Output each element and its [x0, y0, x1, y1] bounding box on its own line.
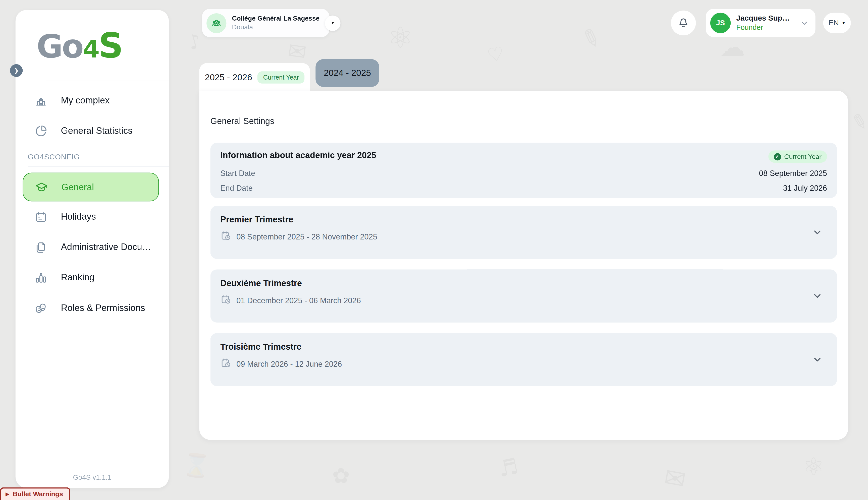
main-panel: General Settings Information about acade… [199, 91, 848, 440]
school-selector[interactable]: Collège Général La Sagesse Douala ▼ [202, 9, 329, 37]
user-menu[interactable]: JS Jacques Sup… Founder [706, 9, 815, 37]
sidebar-item-label: Roles & Permissions [61, 303, 145, 313]
sidebar-nav: My complex General Statistics GO4SCONFIG [15, 85, 169, 323]
calendar-clock-icon [220, 230, 231, 243]
chevron-down-icon[interactable] [812, 291, 823, 301]
documents-icon [34, 240, 48, 254]
app-version: Go4S v1.1.1 [15, 474, 169, 481]
academic-year-info-card: Information about academic year 2025 ✓ C… [210, 143, 837, 198]
term-card-troisieme-trimestre[interactable]: Troisième Trimestre 09 March 2026 - 12 J… [210, 333, 837, 386]
status-badge-label: Current Year [784, 152, 822, 160]
school-avatar [207, 13, 226, 33]
end-date-value: 31 July 2026 [783, 184, 827, 193]
sidebar-item-label: Ranking [61, 272, 94, 283]
school-city: Douala [232, 23, 320, 31]
chevron-down-icon[interactable] [812, 354, 823, 365]
section-divider [27, 167, 169, 167]
notifications-button[interactable] [671, 11, 696, 35]
group-icon [211, 17, 222, 29]
start-date-label: Start Date [220, 169, 255, 178]
page-title: General Settings [210, 116, 275, 126]
bullet-warnings-label: Bullet Warnings [13, 490, 63, 498]
chevron-right-icon: ❯ [14, 67, 19, 74]
term-card-premier-trimestre[interactable]: Premier Trimestre 08 September 2025 - 28… [210, 206, 837, 259]
end-date-label: End Date [220, 184, 253, 193]
pie-chart-icon [34, 124, 48, 138]
sidebar-item-ranking[interactable]: Ranking [15, 262, 169, 293]
sidebar-collapse-button[interactable]: ❯ [10, 64, 23, 77]
bar-chart-icon [34, 271, 48, 284]
term-date-range: 09 March 2026 - 12 June 2026 [236, 360, 342, 368]
end-date-row: End Date 31 July 2026 [220, 184, 827, 193]
calendar-clock-icon [220, 294, 231, 307]
avatar: JS [710, 13, 731, 33]
school-name: Collège Général La Sagesse [232, 14, 320, 23]
term-title: Deuxième Trimestre [220, 279, 827, 288]
sidebar-item-holidays[interactable]: Holidays [15, 201, 169, 232]
sidebar-item-general[interactable]: General [23, 173, 159, 202]
language-selector[interactable]: EN ▼ [823, 13, 851, 33]
sidebar-item-label: General [62, 182, 94, 192]
logo-text-go: Go [36, 30, 82, 62]
calendar-clock-icon [220, 357, 231, 371]
user-texts: Jacques Sup… Founder [736, 13, 790, 33]
bullet-warnings-badge[interactable]: ▶ Bullet Warnings [0, 487, 70, 500]
start-date-value: 08 September 2025 [759, 169, 827, 178]
tab-label: 2024 - 2025 [324, 68, 371, 78]
sidebar-item-general-statistics[interactable]: General Statistics [15, 116, 169, 146]
app-logo: Go4S [36, 29, 122, 63]
check-circle-icon: ✓ [774, 153, 781, 160]
graduation-cap-icon [35, 181, 48, 194]
sidebar-item-label: My complex [61, 95, 110, 106]
status-badge: ✓ Current Year [768, 151, 827, 163]
language-label: EN [828, 19, 839, 27]
sidebar-item-administrative-documents[interactable]: Administrative Docu… [15, 232, 169, 262]
tab-2024-2025[interactable]: 2024 - 2025 [315, 59, 379, 87]
sidebar-section-label: GO4SCONFIG [27, 152, 169, 161]
tab-label: 2025 - 2026 [205, 72, 252, 82]
term-title: Premier Trimestre [220, 215, 827, 225]
start-date-row: Start Date 08 September 2025 [220, 169, 827, 178]
school-building-icon [34, 94, 48, 107]
term-card-deuxieme-trimestre[interactable]: Deuxième Trimestre 01 December 2025 - 06… [210, 269, 837, 322]
bell-icon [677, 16, 690, 30]
current-year-badge: Current Year [258, 71, 304, 83]
school-texts: Collège Général La Sagesse Douala [232, 14, 320, 32]
calendar-icon [34, 210, 48, 223]
info-card-title: Information about academic year 2025 [220, 151, 376, 161]
caret-down-icon: ▼ [331, 21, 335, 26]
logo-text-s: S [99, 29, 122, 63]
term-date-range: 08 September 2025 - 28 November 2025 [236, 232, 377, 241]
term-date-range: 01 December 2025 - 06 March 2026 [236, 296, 361, 305]
term-title: Troisième Trimestre [220, 342, 827, 352]
play-icon: ▶ [5, 491, 9, 497]
chevron-down-icon[interactable] [812, 227, 823, 238]
chevron-down-icon[interactable] [800, 19, 809, 27]
sidebar: Go4S ❯ My complex [15, 10, 169, 488]
logo-text-4: 4 [82, 37, 99, 61]
user-role: Founder [736, 23, 790, 32]
app-root: ♪✉⚛♡✎☁✎♡⌛✿♬✉⚛♪ Go4S ❯ My complex [0, 0, 868, 500]
sidebar-item-roles-permissions[interactable]: Roles & Permissions [15, 293, 169, 323]
sidebar-item-label: General Statistics [61, 125, 132, 136]
school-selector-caret-button[interactable]: ▼ [325, 15, 341, 31]
sidebar-item-label: Administrative Docu… [61, 242, 151, 252]
logo-divider [46, 81, 169, 81]
theater-masks-icon [34, 301, 48, 315]
sidebar-item-label: Holidays [61, 211, 96, 222]
sidebar-item-my-complex[interactable]: My complex [15, 85, 169, 115]
user-name: Jacques Sup… [736, 13, 790, 23]
tab-2025-2026[interactable]: 2025 - 2026 Current Year [199, 63, 310, 91]
caret-down-icon: ▼ [842, 21, 845, 25]
